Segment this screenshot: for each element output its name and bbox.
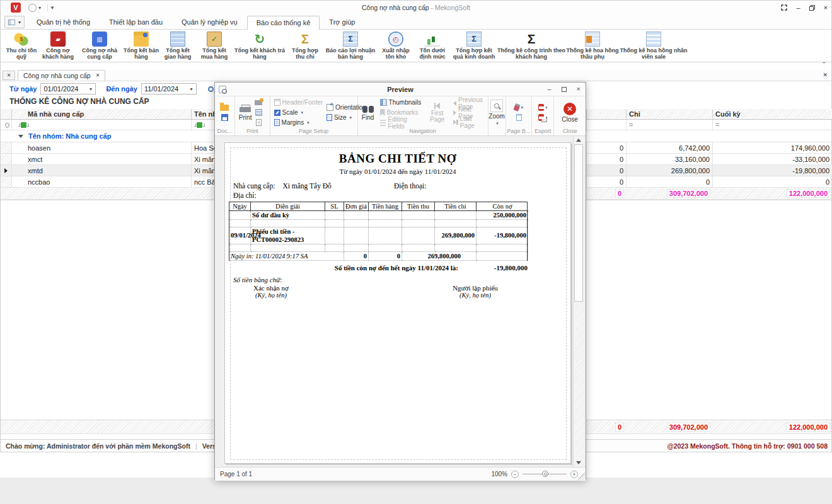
collapse-group-icon[interactable] [18, 135, 23, 138]
ribbon-button-tong-ket-ban-hang[interactable]: Tổng kết bán hàng [123, 31, 159, 60]
fullscreen-button[interactable] [781, 4, 787, 11]
scrollbar-thumb[interactable] [574, 144, 583, 302]
send-pdf-button[interactable] [538, 113, 547, 122]
tab-quan-tri-he-thong[interactable]: Quản trị hệ thống [27, 15, 100, 29]
column-header-ma[interactable]: Mã nhà cung cấp [12, 109, 192, 120]
app-logo-icon: V [11, 3, 21, 13]
scale-button[interactable]: Scale [274, 108, 323, 117]
print-options-button[interactable] [254, 108, 263, 117]
title-bar: V ▾ ▼ Công nợ nhà cung cấp - MekongSoft … [1, 1, 831, 14]
restore-button[interactable] [809, 5, 815, 11]
ribbon-button-tong-hop-thu-chi[interactable]: ΣTổng hợp thu chi [287, 31, 323, 60]
to-date-input[interactable]: 11/01/2024▼ [141, 83, 197, 94]
minimize-button[interactable]: – [796, 4, 800, 11]
bar-chart-icon [425, 32, 440, 47]
thumbnails-button[interactable]: Thumbnails [380, 98, 422, 106]
print-button[interactable]: Print [236, 105, 255, 121]
support-text: @2023 MekongSoft. Thông tin hỗ trợ: 0901… [667, 442, 828, 450]
margins-icon [274, 119, 280, 126]
ribbon-button-thong-ke-cong-trinh[interactable]: ΣThống kê công trình theo khách hàng [497, 31, 565, 60]
tab-bao-cao-thong-ke[interactable]: Báo cáo thống kê [247, 16, 320, 30]
tab-quan-ly-nghiep-vu[interactable]: Quản lý nghiệp vụ [172, 15, 247, 29]
zoom-button[interactable]: Zoom [486, 100, 507, 126]
ribbon-button-cong-no-khach-hang[interactable]: ▰Công nợ khách hàng [40, 31, 76, 60]
zoom-group: Zoom [488, 96, 506, 135]
scroll-down-icon[interactable] [576, 461, 581, 464]
dialog-title-bar[interactable]: Preview – × [215, 83, 586, 96]
quick-print-button[interactable] [254, 98, 263, 106]
open-document-button[interactable] [220, 103, 229, 112]
ribbon-button-tong-ket-mua-hang[interactable]: ✓Tổng kết mua hàng [196, 31, 233, 60]
amount-in-words-label: Số tiền bằng chữ: [233, 276, 282, 284]
ribbon-button-thu-chi-ton-quy[interactable]: $Thu chi tồn quỹ [3, 31, 40, 60]
ribbon-collapse-icon[interactable]: ⌃ [821, 61, 826, 67]
from-date-input[interactable]: 01/01/2024▼ [40, 83, 96, 94]
row-indicator [1, 176, 12, 188]
dialog-minimize-button[interactable]: – [547, 86, 551, 93]
debt-cards-icon: ▰ [50, 32, 66, 47]
ribbon-button-tong-ket-giao-hang[interactable]: Tổng kết giao hàng [159, 31, 196, 60]
zoom-slider-thumb[interactable] [542, 471, 548, 477]
watermark-button[interactable] [514, 113, 523, 122]
page-color-button[interactable] [514, 103, 523, 112]
find-button[interactable]: Find [359, 105, 377, 121]
coins-icon: $ [14, 32, 29, 47]
panel-close-icon[interactable]: ✕ [823, 72, 828, 78]
close-all-tabs-button[interactable]: ✕ [3, 71, 15, 80]
ribbon-button-bao-cao-loi-nhuan[interactable]: ΣBáo cáo lợi nhuận bán hàng [323, 31, 378, 60]
report-page: BẢNG CHI TIẾT NỢ Từ ngày 01/01/2024 đến … [224, 142, 571, 464]
ribbon-button-tong-ket-khach-tra-hang[interactable]: ↻Tổng kết khách trả hàng [233, 31, 287, 60]
contains-filter-icon[interactable] [18, 122, 29, 128]
column-header-chi[interactable]: Chi [627, 109, 713, 120]
ribbon-button-xuat-nhap-ton-kho[interactable]: ◴Xuất nhập tồn kho [378, 31, 414, 60]
opening-balance-value: 250,000,000 [477, 211, 528, 220]
clipboard-check-icon: ✓ [207, 32, 222, 47]
section-title: THỐNG KÊ CÔNG NỢ NHÀ CUNG CẤP [9, 97, 149, 106]
save-document-button[interactable] [220, 113, 229, 122]
quick-access-circle-icon[interactable] [28, 4, 37, 12]
opening-balance-label: Số dư đầu kỳ [251, 211, 325, 220]
chevron-down-icon[interactable]: ▾ [38, 5, 41, 11]
contains-filter-icon[interactable] [194, 122, 205, 128]
pdf-send-icon [538, 114, 543, 121]
dialog-maximize-button[interactable] [562, 87, 567, 92]
filter-cell-chi[interactable]: = [627, 120, 713, 130]
filter-cell-thu[interactable] [587, 120, 627, 130]
supplier-debt-icon: ▥ [92, 32, 107, 47]
export-pdf-button[interactable] [538, 103, 547, 112]
ribbon-button-cong-no-nha-cung-cap[interactable]: ▥Công nợ nhà cung cấp [76, 31, 123, 60]
filter-cell-cuoi-ky[interactable]: = [713, 120, 832, 130]
column-header-cuoi-ky[interactable]: Cuối kỳ [713, 109, 832, 120]
screen: V ▾ ▼ Công nợ nhà cung cấp - MekongSoft … [0, 0, 832, 504]
qat-customize-icon[interactable]: ▼ [50, 5, 55, 11]
close-tab-icon[interactable]: ✕ [96, 72, 100, 78]
zoom-out-button[interactable]: − [511, 471, 519, 478]
page-setup-dialog-button[interactable]: ? [254, 118, 263, 127]
preview-status-bar: Page 1 of 1 100% − + [215, 467, 586, 481]
doc-tab-cong-no-nha-cung-cap[interactable]: Công nợ nhà cung cấp✕ [18, 70, 105, 81]
ribbon-tab-bar: ▾ Quản trị hệ thống Thiết lập ban đầu Qu… [1, 14, 831, 30]
app-menu-button[interactable]: ▾ [4, 16, 25, 28]
ribbon-button-ket-qua-kinh-doanh[interactable]: ΣTổng hợp kết quả kinh doanh [451, 31, 497, 60]
filter-cell-ma[interactable] [12, 120, 192, 130]
ribbon-button-ton-duoi-dinh-muc[interactable]: Tồn dưới định mức [414, 31, 451, 60]
report-title: BẢNG CHI TIẾT NỢ [225, 152, 570, 166]
tab-tro-giup[interactable]: Trợ giúp [320, 15, 364, 29]
total-tien-hang: 0 [369, 252, 402, 261]
ribbon-button-hoa-hong-nhan-vien-sale[interactable]: Thống kê hoa hồng nhân viên sale [620, 31, 688, 60]
last-page-button: Last Page [453, 118, 487, 126]
close-preview-button[interactable]: ✕Close [559, 103, 581, 123]
zoom-slider[interactable] [523, 474, 567, 474]
column-header-thu[interactable] [587, 109, 627, 120]
scroll-up-icon[interactable] [576, 139, 581, 142]
thumbnails-icon [380, 99, 387, 106]
from-date-label: Từ ngày [9, 85, 37, 93]
dialog-close-button[interactable]: × [577, 86, 581, 93]
tab-thiet-lap-ban-dau[interactable]: Thiết lập ban đầu [100, 15, 172, 29]
margins-button[interactable]: Margins [274, 118, 323, 127]
resize-grip[interactable] [577, 472, 585, 480]
search-icon [208, 86, 214, 92]
close-button[interactable]: × [824, 4, 828, 11]
ribbon-button-hoa-hong-thau-phu[interactable]: Thống kê hoa hồng thầu phụ [565, 31, 620, 60]
preview-scrollbar[interactable] [573, 136, 584, 467]
